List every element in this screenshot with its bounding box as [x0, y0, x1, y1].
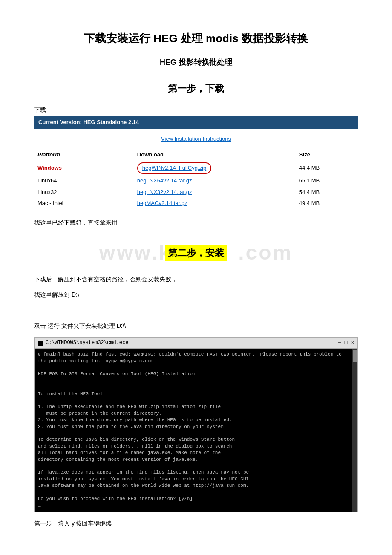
- cmd-scrollbar-thumb: [353, 350, 357, 362]
- para5: 第一步，填入 y,按回车键继续: [34, 519, 358, 528]
- download-cell: hegWINv2.14_FullCyg.zip: [134, 161, 296, 175]
- cmd-window: C:\WINDOWS\system32\cmd.exe — □ ✕ 0 [mai…: [34, 337, 358, 512]
- cmd-body: 0 [main] bash 8312 find_fast_cwd: WARNIN…: [35, 349, 352, 511]
- col-header-platform: Platform: [34, 149, 134, 161]
- cmd-icon: [38, 341, 43, 346]
- download-link[interactable]: hegMACv2.14.tar.gz: [137, 200, 187, 206]
- para4: 双击 运行 文件夹下安装批处理 D:\\: [34, 321, 358, 330]
- download-table: Platform Download Size WindowshegWINv2.1…: [34, 149, 358, 209]
- cmd-maximize[interactable]: □: [345, 339, 348, 347]
- size-cell: 65.1 MB: [296, 175, 358, 187]
- platform-cell: Mac - Intel: [34, 198, 134, 209]
- platform-cell: Windows: [34, 161, 134, 175]
- step2-container: www.k .com 第二步，安装: [34, 240, 358, 266]
- step2-title: 第二步，安装: [165, 245, 227, 261]
- table-row: Linux32hegLNX32v2.14.tar.gz54.4 MB: [34, 187, 358, 198]
- download-label: 下载: [34, 105, 358, 114]
- cmd-close[interactable]: ✕: [351, 339, 354, 347]
- download-cell: hegMACv2.14.tar.gz: [134, 198, 296, 209]
- install-instructions-link[interactable]: View Installation Instructions: [161, 136, 231, 142]
- cmd-minimize[interactable]: —: [338, 339, 341, 347]
- para2: 下载后，解压到不含有空格的路径，否则会安装失败，: [34, 275, 358, 284]
- size-cell: 54.4 MB: [296, 187, 358, 198]
- table-row: Linux64hegLNX64v2.14.tar.gz65.1 MB: [34, 175, 358, 187]
- cmd-title-text: C:\WINDOWS\system32\cmd.exe: [46, 339, 128, 347]
- table-row: WindowshegWINv2.14_FullCyg.zip44.4 MB: [34, 161, 358, 175]
- download-cell: hegLNX64v2.14.tar.gz: [134, 175, 296, 187]
- col-header-download: Download: [134, 149, 296, 161]
- download-link[interactable]: hegWINv2.14_FullCyg.zip: [142, 165, 206, 171]
- para1: 我这里已经下载好，直接拿来用: [34, 218, 358, 227]
- step1-title: 第一步，下载: [34, 81, 358, 96]
- platform-cell: Linux32: [34, 187, 134, 198]
- version-bar: Current Version: HEG Standalone 2.14: [34, 116, 358, 129]
- sub-title: HEG 投影转换批处理: [34, 56, 358, 69]
- size-cell: 49.4 MB: [296, 198, 358, 209]
- download-cell: hegLNX32v2.14.tar.gz: [134, 187, 296, 198]
- table-row: Mac - IntelhegMACv2.14.tar.gz49.4 MB: [34, 198, 358, 209]
- cmd-titlebar: C:\WINDOWS\system32\cmd.exe — □ ✕: [35, 338, 357, 349]
- platform-cell: Linux64: [34, 175, 134, 187]
- cmd-scrollbar[interactable]: [352, 349, 357, 511]
- download-link[interactable]: hegLNX32v2.14.tar.gz: [137, 189, 192, 195]
- para3: 我这里解压到 D:\: [34, 290, 358, 299]
- col-header-size: Size: [296, 149, 358, 161]
- main-title: 下载安装运行 HEG 处理 modis 数据投影转换: [34, 30, 358, 48]
- download-link[interactable]: hegLNX64v2.14.tar.gz: [137, 177, 192, 184]
- size-cell: 44.4 MB: [296, 161, 358, 175]
